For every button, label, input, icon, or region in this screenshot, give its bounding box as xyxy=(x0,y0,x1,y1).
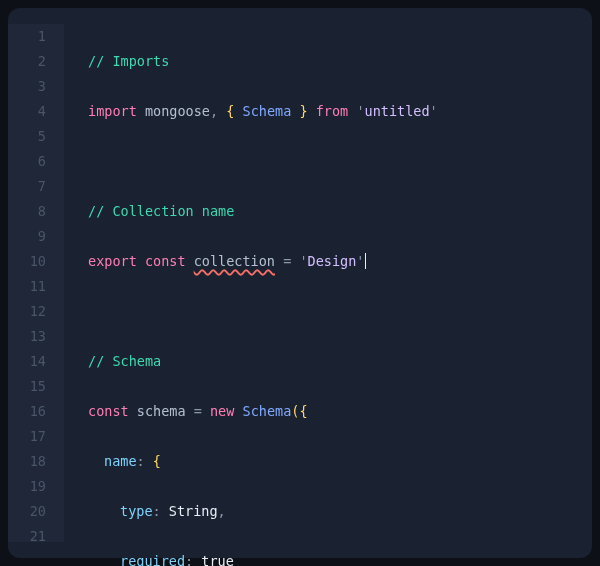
string-literal: Design xyxy=(308,253,357,269)
keyword-export: export xyxy=(88,253,137,269)
class-name: Schema xyxy=(243,403,292,419)
line-number: 7 xyxy=(8,174,46,199)
keyword-const: const xyxy=(145,253,186,269)
code-line-empty[interactable] xyxy=(88,299,592,324)
value: true xyxy=(201,553,234,566)
keyword-const: const xyxy=(88,403,129,419)
line-number: 14 xyxy=(8,349,46,374)
line-number: 3 xyxy=(8,74,46,99)
identifier-error: collection xyxy=(194,253,275,269)
line-number: 13 xyxy=(8,324,46,349)
line-number: 18 xyxy=(8,449,46,474)
comment-text: // Imports xyxy=(88,53,169,69)
colon: : xyxy=(137,453,145,469)
comment-text: // Collection name xyxy=(88,203,234,219)
comment-text: // Schema xyxy=(88,353,161,369)
keyword-new: new xyxy=(210,403,234,419)
line-number: 10 xyxy=(8,249,46,274)
quote: ' xyxy=(299,253,307,269)
line-number: 1 xyxy=(8,24,46,49)
line-number-gutter: 123456789101112131415161718192021 xyxy=(8,24,64,542)
line-number: 2 xyxy=(8,49,46,74)
type-name: Schema xyxy=(243,103,292,119)
keyword-from: from xyxy=(316,103,349,119)
line-number: 17 xyxy=(8,424,46,449)
line-number: 15 xyxy=(8,374,46,399)
line-number: 4 xyxy=(8,99,46,124)
property-name: type xyxy=(120,503,153,519)
brace-open: { xyxy=(153,453,161,469)
line-number: 16 xyxy=(8,399,46,424)
quote: ' xyxy=(356,253,364,269)
property-name: required xyxy=(120,553,185,566)
editor-window: 123456789101112131415161718192021 // Imp… xyxy=(0,0,600,566)
string-literal: untitled xyxy=(365,103,430,119)
identifier: schema xyxy=(137,403,186,419)
value: String xyxy=(169,503,218,519)
quote: ' xyxy=(356,103,364,119)
code-line[interactable]: type: String, xyxy=(88,499,592,524)
code-line-empty[interactable] xyxy=(88,149,592,174)
brace-open: { xyxy=(299,403,307,419)
code-line[interactable]: const schema = new Schema({ xyxy=(88,399,592,424)
code-line[interactable]: // Schema xyxy=(88,349,592,374)
colon: : xyxy=(153,503,161,519)
identifier: mongoose xyxy=(145,103,210,119)
colon: : xyxy=(185,553,193,566)
quote: ' xyxy=(430,103,438,119)
text-cursor xyxy=(365,253,366,269)
property-name: name xyxy=(104,453,137,469)
line-number: 20 xyxy=(8,499,46,524)
line-number: 6 xyxy=(8,149,46,174)
equals: = xyxy=(283,253,291,269)
code-line[interactable]: name: { xyxy=(88,449,592,474)
keyword-import: import xyxy=(88,103,137,119)
line-number: 9 xyxy=(8,224,46,249)
line-number: 19 xyxy=(8,474,46,499)
equals: = xyxy=(194,403,202,419)
line-number: 12 xyxy=(8,299,46,324)
code-line[interactable]: required: true xyxy=(88,549,592,566)
code-line[interactable]: import mongoose, { Schema } from 'untitl… xyxy=(88,99,592,124)
code-line[interactable]: export const collection = 'Design' xyxy=(88,249,592,274)
line-number: 11 xyxy=(8,274,46,299)
code-area[interactable]: // Imports import mongoose, { Schema } f… xyxy=(64,24,592,542)
code-editor[interactable]: 123456789101112131415161718192021 // Imp… xyxy=(8,8,592,558)
code-line[interactable]: // Imports xyxy=(88,49,592,74)
brace-close: } xyxy=(299,103,307,119)
code-line[interactable]: // Collection name xyxy=(88,199,592,224)
line-number: 21 xyxy=(8,524,46,549)
brace-open: { xyxy=(226,103,234,119)
comma: , xyxy=(210,103,218,119)
comma: , xyxy=(218,503,226,519)
line-number: 8 xyxy=(8,199,46,224)
line-number: 5 xyxy=(8,124,46,149)
